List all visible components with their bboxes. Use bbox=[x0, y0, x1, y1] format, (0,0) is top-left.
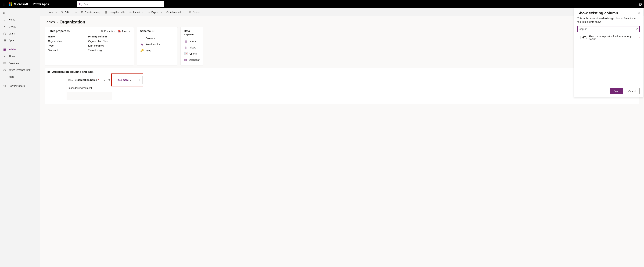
delete-button[interactable]: 🗑Delete bbox=[187, 10, 202, 15]
nav-tables[interactable]: ▦Tables bbox=[0, 46, 40, 53]
nav-label: Home bbox=[9, 18, 15, 21]
link-label: Dashboar bbox=[189, 59, 200, 61]
search-input[interactable] bbox=[82, 3, 162, 6]
btn-label: Using this table bbox=[108, 11, 125, 14]
grid-icon: ▦ bbox=[47, 70, 50, 74]
svg-point-0 bbox=[4, 3, 4, 3]
svg-point-6 bbox=[4, 5, 4, 6]
btn-label: Advanced bbox=[170, 11, 181, 14]
svg-line-10 bbox=[81, 5, 82, 6]
create-app-button[interactable]: ⊞Create an app bbox=[79, 10, 102, 15]
nav-label: More bbox=[9, 75, 14, 78]
nav-label: Flows bbox=[9, 55, 15, 58]
type-value: Standard bbox=[48, 49, 88, 52]
column-result-label: Allow users to provide feedback for App … bbox=[588, 35, 637, 41]
schema-card: Schema ⓘ ▭Columns ⇆Relationships 🔑Keys bbox=[137, 27, 178, 66]
show-existing-column-panel: ✕ Show existing column This table has ad… bbox=[574, 9, 643, 97]
add-column-button[interactable]: ＋ bbox=[136, 76, 142, 84]
table-icon: ▦ bbox=[104, 11, 107, 14]
relationships-link[interactable]: ⇆Relationships bbox=[140, 41, 174, 47]
hamburger-icon[interactable]: ≡ bbox=[0, 10, 40, 16]
clear-search-icon[interactable]: ✕ bbox=[636, 27, 638, 31]
views-link[interactable]: ▯Views bbox=[184, 45, 200, 51]
cancel-button[interactable]: Cancel bbox=[624, 88, 640, 94]
nav-flows[interactable]: ⚭Flows bbox=[0, 53, 40, 60]
btn-label: Export bbox=[151, 11, 158, 14]
link-label: Forms bbox=[190, 40, 196, 43]
nav-synapse[interactable]: ◔Azure Synapse Link bbox=[0, 67, 40, 73]
chevron-down-icon: ⌄ bbox=[160, 11, 162, 14]
close-button[interactable]: ✕ bbox=[638, 11, 640, 15]
link-label: Keys bbox=[146, 49, 151, 52]
gear-icon: ⚙ bbox=[101, 30, 103, 33]
charts-link[interactable]: 📈Charts bbox=[184, 51, 200, 57]
views-icon: ▯ bbox=[184, 46, 187, 49]
columns-data-card: ▦Organization columns and data Abc Organ… bbox=[45, 68, 639, 104]
name-value: Organization bbox=[48, 40, 88, 43]
nav-apps[interactable]: ⊞Apps bbox=[0, 37, 40, 44]
nav-learn[interactable]: ▢Learn bbox=[0, 30, 40, 37]
cell-value: mattsdevenvironment bbox=[68, 87, 92, 89]
columns-link[interactable]: ▭Columns bbox=[140, 35, 174, 41]
using-table-button[interactable]: ▦Using this table bbox=[103, 10, 127, 15]
import-button[interactable]: ⇤Import⌄ bbox=[128, 10, 146, 15]
data-cell[interactable]: mattsdevenvironment bbox=[66, 84, 112, 92]
edit-button[interactable]: ✎Edit bbox=[60, 10, 71, 15]
text-type-icon: Abc bbox=[68, 79, 73, 81]
chevron-down-icon[interactable]: ⌄ bbox=[104, 79, 106, 81]
tools-link[interactable]: 🧰Tools⌄ bbox=[118, 30, 130, 33]
column-search-input[interactable] bbox=[578, 26, 640, 32]
nav-home[interactable]: ⌂Home bbox=[0, 16, 40, 23]
edit-chevron[interactable]: ⌄ bbox=[73, 10, 79, 15]
edit-column-icon[interactable]: ✎ bbox=[108, 79, 110, 81]
save-button[interactable]: Save bbox=[610, 88, 623, 94]
column-result-row[interactable]: Allow users to provide feedback for App … bbox=[578, 35, 640, 86]
info-icon[interactable]: ⓘ bbox=[152, 30, 154, 33]
app-name[interactable]: Power Apps bbox=[33, 3, 49, 6]
card-title: Data experien bbox=[184, 30, 200, 36]
nav-create[interactable]: ＋Create bbox=[0, 23, 40, 30]
required-asterisk: * bbox=[98, 79, 99, 81]
charts-icon: 📈 bbox=[184, 52, 187, 55]
more-icon: ⋯ bbox=[3, 75, 6, 78]
command-bar: ＋New⌄ ✎Edit ⌄ ⊞Create an app ▦Using this… bbox=[40, 9, 644, 16]
nav-more[interactable]: ⋯More bbox=[0, 73, 40, 80]
keys-link[interactable]: 🔑Keys bbox=[140, 47, 174, 54]
link-label: Charts bbox=[190, 52, 196, 55]
empty-row[interactable] bbox=[66, 92, 112, 100]
svg-point-3 bbox=[4, 4, 4, 4]
dashboards-link[interactable]: ▦Dashboar bbox=[184, 57, 200, 63]
link-label: Relationships bbox=[146, 43, 160, 46]
nav-label: Tables bbox=[9, 48, 16, 51]
nav-label: Power Platform bbox=[9, 85, 26, 87]
new-button[interactable]: ＋New⌄ bbox=[43, 9, 59, 15]
chevron-down-icon: ⌄ bbox=[129, 30, 130, 32]
panel-body: This table has additional existing colum… bbox=[578, 17, 640, 24]
grid-title: Organization columns and data bbox=[52, 70, 93, 74]
globe-icon[interactable] bbox=[638, 3, 642, 6]
flows-icon: ⚭ bbox=[3, 55, 6, 58]
advanced-button[interactable]: ⚙Advanced⌄ bbox=[164, 10, 186, 15]
checkbox[interactable] bbox=[578, 36, 581, 39]
global-search[interactable] bbox=[77, 1, 164, 7]
nav-solutions[interactable]: ◫Solutions bbox=[0, 60, 40, 67]
waffle-icon[interactable] bbox=[2, 3, 8, 6]
properties-link[interactable]: ⚙Properties bbox=[101, 30, 115, 33]
nav-label: Solutions bbox=[9, 62, 19, 65]
breadcrumb-root[interactable]: Tables bbox=[45, 20, 55, 24]
btn-label: Create an app bbox=[85, 11, 100, 14]
export-button[interactable]: ⇥Export⌄ bbox=[146, 10, 164, 15]
chevron-down-icon: ⌄ bbox=[130, 79, 132, 81]
nav-power-platform[interactable]: ⛁Power Platform bbox=[0, 82, 40, 89]
columns-icon: ▭ bbox=[140, 37, 144, 40]
name-label: Name bbox=[48, 35, 88, 38]
export-icon: ⇥ bbox=[148, 11, 150, 14]
more-columns-button[interactable]: +441 more⌄ bbox=[112, 79, 136, 81]
chevron-down-icon: ⌄ bbox=[75, 11, 77, 14]
more-label: +441 more bbox=[116, 79, 129, 81]
search-icon bbox=[79, 3, 82, 6]
column-header-orgname[interactable]: Abc Organization Name* ↑ ⌄ ✎ bbox=[66, 76, 112, 84]
btn-label: New bbox=[48, 11, 54, 14]
dashboard-icon: ▦ bbox=[184, 58, 187, 61]
forms-link[interactable]: ▤Forms bbox=[184, 38, 200, 45]
